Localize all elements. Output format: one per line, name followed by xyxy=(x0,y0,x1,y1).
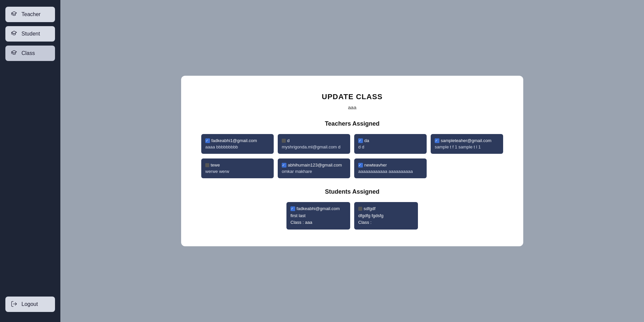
teacher-name-2: d d xyxy=(358,144,423,150)
logout-icon xyxy=(11,301,18,308)
students-grid: fadkeabhi@gmail.com first last Class : a… xyxy=(201,202,503,230)
teacher-card-3[interactable]: sampleteaher@gmail.com sample t f 1 samp… xyxy=(431,134,503,154)
teacher-card-5[interactable]: abhihumain123@gmail.com omkar makhare xyxy=(278,158,350,178)
sidebar-item-class[interactable]: Class xyxy=(5,46,55,61)
update-class-card: UPDATE CLASS aaa Teachers Assigned fadke… xyxy=(181,76,523,246)
teacher-square-4 xyxy=(205,163,209,167)
student-card-0[interactable]: fadkeabhi@gmail.com first last Class : a… xyxy=(286,202,350,230)
sidebar-item-student[interactable]: Student xyxy=(5,26,55,42)
teacher-card-4[interactable]: tewe werwe werw xyxy=(201,158,274,178)
teacher-card-1[interactable]: d myshrigonda.ml@gmail.com d xyxy=(278,134,350,154)
teacher-name-1: myshrigonda.ml@gmail.com d xyxy=(282,144,346,150)
student-class-0: Class : aaa xyxy=(290,219,346,226)
student-email-1: sdfgdf xyxy=(358,205,414,212)
teacher-name-6: aaaaaaaaaaaa aaaaaaaaaa xyxy=(358,168,423,175)
sidebar-item-teacher[interactable]: Teacher xyxy=(5,7,55,22)
logout-button[interactable]: Logout xyxy=(5,297,55,312)
teachers-row2: tewe werwe werw abhihumain123@gmail.com … xyxy=(201,158,503,178)
students-section: Students Assigned fadkeabhi@gmail.com fi… xyxy=(201,188,503,230)
teacher-name-4: werwe werw xyxy=(205,168,270,175)
teacher-check-5 xyxy=(282,163,286,168)
teacher-email-1: d xyxy=(282,137,346,144)
student-icon xyxy=(11,30,18,38)
teachers-row1: fadkeabhi1@gmail.com aaaa bbbbbbbbb d my… xyxy=(201,134,503,154)
student-name-0: first last xyxy=(290,212,346,219)
teacher-card-2[interactable]: da d d xyxy=(354,134,427,154)
teachers-heading: Teachers Assigned xyxy=(201,120,503,127)
teacher-check-2 xyxy=(358,138,363,143)
card-title: UPDATE CLASS xyxy=(201,92,503,101)
teacher-name-5: omkar makhare xyxy=(282,168,346,175)
teacher-check-0 xyxy=(205,138,210,143)
sidebar: Teacher Student Class xyxy=(0,0,60,322)
teacher-email-2: da xyxy=(358,137,423,144)
student-class-1: Class : xyxy=(358,219,414,226)
teacher-email-0: fadkeabhi1@gmail.com xyxy=(205,137,270,144)
class-icon xyxy=(11,50,18,57)
sidebar-class-label: Class xyxy=(21,50,35,56)
sidebar-student-label: Student xyxy=(21,31,40,37)
student-square-1 xyxy=(358,207,362,211)
card-subtitle: aaa xyxy=(201,105,503,110)
logout-label: Logout xyxy=(21,301,38,307)
teacher-check-6 xyxy=(358,163,363,168)
student-name-1: dfgdfg fgdsfg xyxy=(358,212,414,219)
main-content: UPDATE CLASS aaa Teachers Assigned fadke… xyxy=(60,0,644,322)
teacher-card-0[interactable]: fadkeabhi1@gmail.com aaaa bbbbbbbbb xyxy=(201,134,274,154)
teacher-email-5: abhihumain123@gmail.com xyxy=(282,162,346,169)
sidebar-nav: Teacher Student Class xyxy=(5,7,55,293)
sidebar-bottom: Logout xyxy=(5,297,55,315)
teacher-icon xyxy=(11,11,18,18)
student-email-0: fadkeabhi@gmail.com xyxy=(290,205,346,212)
student-check-0 xyxy=(290,206,295,211)
teacher-name-0: aaaa bbbbbbbbb xyxy=(205,144,270,150)
students-heading: Students Assigned xyxy=(201,188,503,195)
teacher-card-6[interactable]: newteavher aaaaaaaaaaaa aaaaaaaaaa xyxy=(354,158,427,178)
teacher-square-1 xyxy=(282,139,286,143)
teacher-email-4: tewe xyxy=(205,162,270,169)
sidebar-teacher-label: Teacher xyxy=(21,11,41,17)
teacher-name-3: sample t f 1 sample t l 1 xyxy=(435,144,499,150)
teacher-check-3 xyxy=(435,138,439,143)
student-card-1[interactable]: sdfgdf dfgdfg fgdsfg Class : xyxy=(354,202,418,230)
teacher-email-3: sampleteaher@gmail.com xyxy=(435,137,499,144)
teacher-email-6: newteavher xyxy=(358,162,423,169)
